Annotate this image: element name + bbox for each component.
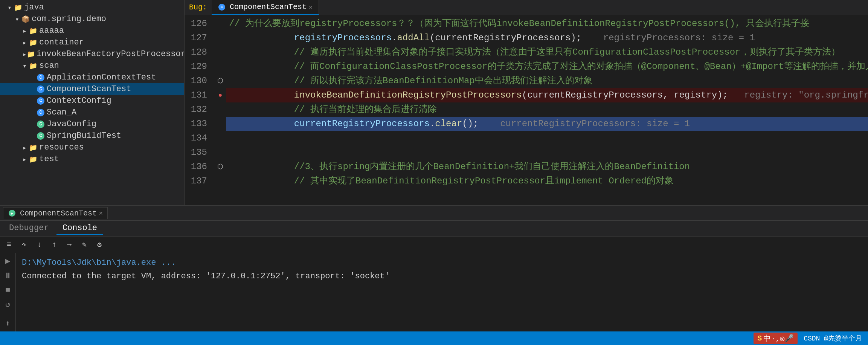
expand-arrow: [8, 3, 14, 12]
expand-arrow: [23, 27, 29, 35]
gutter-131-breakpoint[interactable]: ●: [215, 88, 226, 102]
sidebar-item-label: SpringBuildTest: [47, 131, 121, 140]
console-output: D:\MyTools\Jdk\bin\java.exe ... Connecte…: [16, 253, 868, 331]
sidebar-item-componentscantest[interactable]: C ComponentScanTest: [0, 83, 184, 95]
tab-label: ComponentScanTest: [230, 3, 307, 11]
sidebar-item-aaaaa[interactable]: 📁 aaaaa: [0, 25, 184, 37]
class-icon: C: [37, 85, 44, 93]
folder-icon: 📁: [14, 3, 23, 12]
folder-icon: 📁: [29, 62, 38, 70]
code-line-129: // 而ConfigurationClassPostProcessor的子类方法…: [226, 60, 868, 74]
sidebar-item-appcontexttest[interactable]: C ApplicationContextTest: [0, 72, 184, 83]
gutter-136: ⬡: [215, 160, 226, 174]
gutter-134: [215, 131, 226, 145]
step-up-button[interactable]: ⬆: [2, 319, 14, 329]
gutter-127: [215, 31, 226, 45]
im-text: 中·,◎🎤: [763, 333, 794, 343]
run-tab-componentscantest[interactable]: ▶ ComponentScanTest ✕: [3, 207, 108, 219]
sidebar-item-scana[interactable]: C Scan_A: [0, 107, 184, 118]
panel-tabs: Debugger Console: [0, 221, 868, 237]
expand-arrow: [23, 155, 29, 163]
folder-icon: 📁: [29, 143, 38, 152]
status-bar: S 中·,◎🎤 CSDN @先烫半个月: [0, 331, 868, 345]
class-icon: C: [37, 97, 44, 105]
sidebar-item-test[interactable]: 📁 test: [0, 153, 184, 165]
console-line-2: Connected to the target VM, address: '12…: [22, 270, 862, 283]
gutter: ⬡ ● ⬡: [215, 15, 226, 205]
class-icon: C: [37, 74, 44, 81]
sidebar: 📁 java 📦 com.spring.demo 📁 aaaaa 📁 conta…: [0, 0, 185, 205]
expand-arrow: [23, 38, 29, 47]
expand-arrow: [23, 143, 29, 152]
run-tab-bar: ▶ ComponentScanTest ✕: [0, 206, 868, 221]
code-line-128: // 遍历执行当前处理集合对象的子接口实现方法（注意由于这里只有Configur…: [226, 45, 868, 60]
folder-icon: 📁: [29, 27, 38, 35]
code-line-133: currentRegistryProcessors.clear(); curre…: [226, 117, 868, 131]
resume-button[interactable]: ▶: [2, 256, 14, 266]
run-tab-close-icon[interactable]: ✕: [99, 209, 103, 217]
sidebar-item-container[interactable]: 📁 container: [0, 37, 184, 48]
code-line-135: [226, 145, 868, 160]
sidebar-item-label: invokeBeanFactoryPostProcessors: [37, 49, 185, 59]
code-line-127: registryProcessors.addAll(currentRegistr…: [226, 31, 868, 45]
rerun-button[interactable]: ↺: [2, 299, 14, 310]
package-icon: 📦: [21, 15, 30, 23]
sidebar-item-label: scan: [39, 61, 59, 70]
expand-arrow: [23, 50, 27, 58]
editor-area: Bug: C ComponentScanTest ✕ 126 127 128 1…: [185, 0, 868, 205]
pause-button[interactable]: ⏸: [2, 271, 14, 281]
csdn-label: CSDN @先烫半个月: [804, 334, 862, 343]
run-class-icon: ▶: [9, 210, 15, 217]
sidebar-item-package[interactable]: 📦 com.spring.demo: [0, 13, 184, 25]
run-tab-label: ComponentScanTest: [20, 209, 97, 218]
tab-console-label: Console: [63, 223, 97, 233]
left-sidebar-panel: ▶ ⏸ ■ ↺ ⬆ ⬇ ⇅ ⊟ 🖨 🗑: [0, 253, 16, 331]
sidebar-item-label: ComponentScanTest: [47, 84, 131, 94]
sidebar-item-label: container: [39, 38, 84, 47]
step-out-button[interactable]: ↑: [48, 239, 60, 251]
input-method-indicator[interactable]: S 中·,◎🎤: [754, 333, 798, 344]
sidebar-item-invoke[interactable]: 📁 invokeBeanFactoryPostProcessors: [0, 48, 184, 60]
code-line-132: // 执行当前处理的集合后进行清除: [226, 102, 868, 117]
gutter-130: ⬡: [215, 74, 226, 88]
folder-icon: 📁: [27, 50, 35, 58]
gutter-128: [215, 45, 226, 60]
folder-icon: 📁: [29, 38, 38, 47]
expand-arrow: [15, 15, 21, 23]
run-to-cursor-button[interactable]: →: [63, 239, 75, 251]
sidebar-item-java[interactable]: 📁 java: [0, 2, 184, 13]
sidebar-item-resources[interactable]: 📁 resources: [0, 142, 184, 153]
code-line-137: // 其中实现了BeanDefinitionRegistryPostProces…: [226, 174, 868, 188]
expand-arrow: [23, 62, 29, 70]
gutter-133: [215, 117, 226, 131]
sidebar-item-label: ContextConfig: [47, 96, 111, 105]
tab-debugger[interactable]: Debugger: [3, 222, 55, 235]
tab-console[interactable]: Console: [56, 222, 103, 235]
sidebar-item-label: aaaaa: [39, 26, 64, 35]
lines-button[interactable]: ≡: [3, 239, 15, 251]
step-into-button[interactable]: ↓: [33, 239, 45, 251]
line-numbers: 126 127 128 129 130 131 132 133 134 135 …: [185, 15, 215, 205]
gutter-132: [215, 102, 226, 117]
sidebar-item-label: JavaConfig: [47, 119, 96, 129]
settings-button[interactable]: ⚙: [93, 239, 105, 251]
sidebar-item-springbuildtest[interactable]: C SpringBuildTest: [0, 130, 184, 142]
panel-toolbar: ≡ ↷ ↓ ↑ → ✎ ⚙: [0, 237, 868, 253]
gutter-129: [215, 60, 226, 74]
code-line-134: [226, 131, 868, 145]
evaluate-button[interactable]: ✎: [78, 239, 90, 251]
sidebar-item-label: test: [39, 154, 59, 164]
sidebar-item-label: com.spring.demo: [32, 14, 106, 24]
sidebar-item-scan[interactable]: 📁 scan: [0, 60, 184, 72]
close-icon[interactable]: ✕: [309, 3, 313, 11]
stop-button[interactable]: ■: [2, 285, 14, 295]
sidebar-item-contextconfig[interactable]: C ContextConfig: [0, 95, 184, 107]
console-connected: Connected to the target VM, address: '12…: [22, 272, 390, 281]
editor-tab-componentscantest[interactable]: C ComponentScanTest ✕: [212, 0, 319, 15]
gutter-135: [215, 145, 226, 160]
step-over-button[interactable]: ↷: [18, 239, 30, 251]
code-line-126: // 为什么要放到registryProcessors？？（因为下面这行代码in…: [226, 17, 868, 31]
gutter-126: [215, 17, 226, 31]
sidebar-item-javaconfig[interactable]: C JavaConfig: [0, 118, 184, 130]
sidebar-item-label: java: [24, 3, 44, 12]
